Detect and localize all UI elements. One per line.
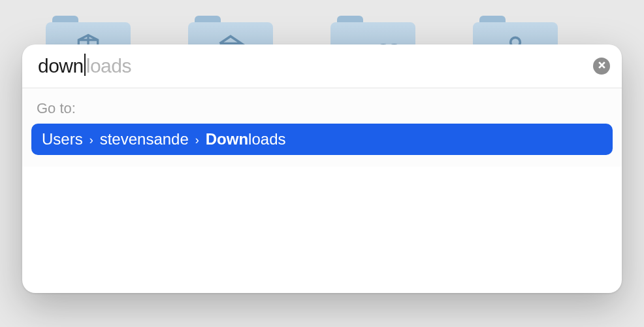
search-input[interactable]: downloads [38,55,585,77]
goto-label: Go to: [31,100,613,124]
search-row: downloads [22,44,622,88]
close-icon [598,60,606,72]
clear-button[interactable] [593,58,610,75]
result-row[interactable]: Users › stevensande › Downloads [31,124,613,155]
results-area: Go to: Users › stevensande › Downloads [22,88,622,167]
goto-dialog: downloads Go to: Users › stevensande › D… [22,44,622,293]
path-segment: stevensande [100,130,189,148]
path-segment: Users [42,130,83,148]
typed-text: down [38,55,84,77]
path-segment-match: Downloads [206,130,286,148]
completion-text: loads [86,55,131,77]
text-cursor [84,54,86,76]
chevron-right-icon: › [89,133,93,146]
chevron-right-icon: › [195,133,199,146]
